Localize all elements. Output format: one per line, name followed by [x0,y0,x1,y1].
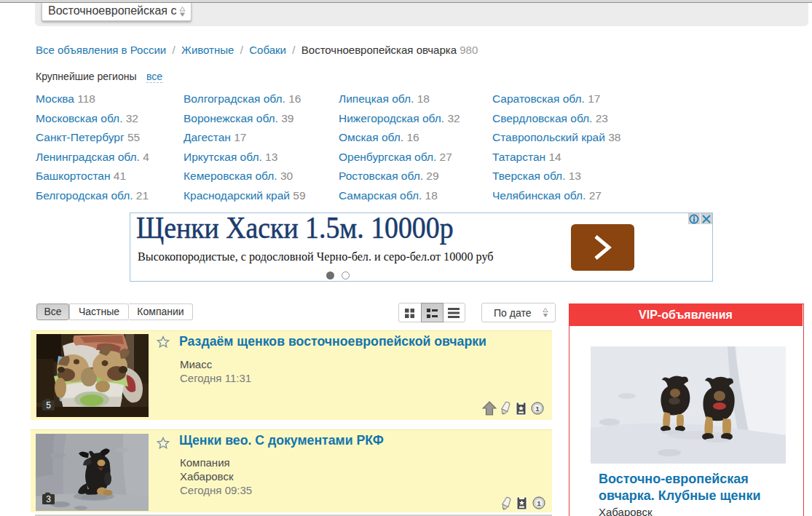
svg-text:1: 1 [537,500,540,507]
svg-text:1: 1 [535,405,539,413]
svg-text:3: 3 [46,494,51,504]
svg-text:5: 5 [46,400,51,410]
